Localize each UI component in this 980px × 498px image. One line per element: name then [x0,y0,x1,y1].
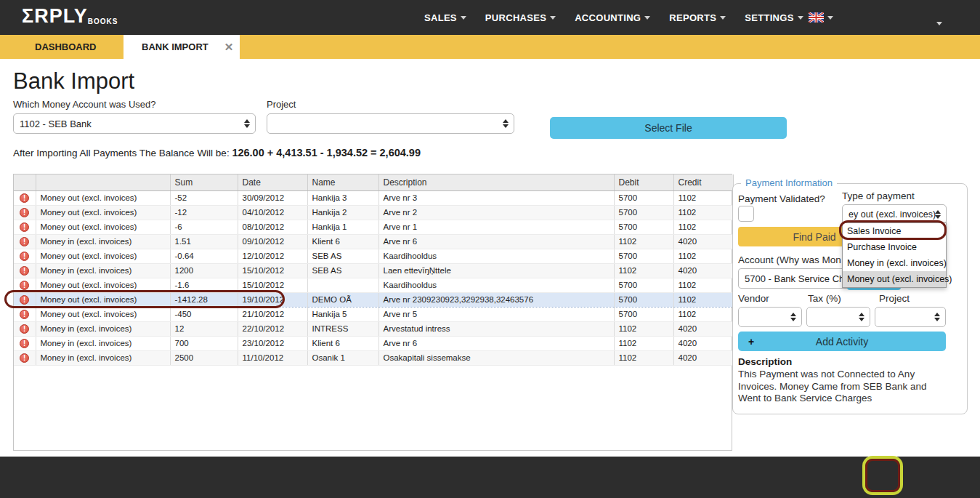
cell-description: Arve nr 5 [378,307,614,321]
chevron-down-icon [550,16,556,20]
cell-sum: 1.51 [170,234,238,249]
select-spinner-icon [503,119,509,128]
account-why-label: Account (Why was Mon [738,254,841,265]
select-file-button[interactable]: Select File [550,117,787,139]
money-account-label: Which Money Account was Used? [13,99,156,110]
cell-date: 12/10/2012 [238,249,307,263]
payment-validated-checkbox[interactable] [738,206,754,222]
cell-debit: 1102 [614,234,673,249]
vendor-select[interactable] [738,307,802,327]
close-tab-icon[interactable]: ✕ [224,41,234,54]
project-select[interactable] [267,113,514,134]
money-account-select[interactable]: 1102 - SEB Bank [13,113,256,134]
table-row[interactable]: !Money in (excl. invoices)250011/10/2012… [14,350,733,365]
cell-credit: 1102 [673,249,733,263]
cell-name: INTRESS [307,321,378,336]
table-row[interactable]: !Money in (excl. invoices)70023/10/2012K… [14,336,733,350]
chevron-down-icon [798,16,803,20]
alert-icon: ! [20,295,29,305]
cell-credit: 1102 [673,220,733,234]
cell-sum: -1.6 [170,278,238,292]
cell-date: 15/10/2012 [238,263,307,278]
chevron-down-icon [720,16,726,20]
table-row[interactable]: !Money out (excl. invoices)-1412.2819/10… [14,292,733,307]
cell-name: Hankija 1 [307,220,378,234]
dropdown-option-money-in-excl-invoices[interactable]: Money in (excl. invoices) [843,255,946,271]
language-menu[interactable] [809,0,833,35]
cell-description: Arve nr 3 [378,190,614,205]
cell-sum: 2500 [170,350,238,365]
balance-summary: After Importing All Payments The Balance… [13,147,421,158]
alert-icon: ! [20,266,29,276]
alert-icon: ! [20,252,29,261]
tab-bank-import[interactable]: BANK IMPORT ✕ [123,35,240,59]
alert-icon: ! [20,193,29,203]
cell-date: 22/10/2012 [238,321,307,336]
cell-debit: 1102 [614,336,673,350]
chevron-down-icon [644,16,650,20]
table-row[interactable]: !Money in (excl. invoices)120015/10/2012… [14,263,733,278]
language-flag-item[interactable] [809,12,833,23]
cell-type: Money out (excl. invoices) [36,205,170,220]
cell-sum: -450 [170,307,238,321]
type-of-payment-dropdown: Sales InvoicePurchase InvoiceMoney in (e… [842,222,947,288]
nav-item-reports[interactable]: REPORTS [669,12,726,23]
chevron-down-icon [461,16,466,20]
nav-item-settings[interactable]: SETTINGS [745,12,803,23]
table-row[interactable]: !Money in (excl. invoices)1.5109/10/2012… [14,234,733,249]
cell-type: Money in (excl. invoices) [36,263,170,278]
cell-date: 23/10/2012 [238,336,307,350]
column-header: Sum [170,174,238,190]
cell-date: 19/10/2012 [238,292,307,307]
tab-dashboard[interactable]: DASHBOARD [35,35,97,59]
alert-icon: ! [20,208,29,217]
cell-type: Money out (excl. invoices) [36,249,170,263]
cell-name: Hankija 3 [307,190,378,205]
table-header-row: SumDateNameDescriptionDebitCredit [14,174,733,190]
cell-name: SEB AS [307,263,378,278]
tax-select[interactable] [806,307,870,327]
tab-bank-import-label: BANK IMPORT [142,41,208,52]
bottom-action-bar: » Other Options [0,457,980,498]
cell-sum: -52 [170,190,238,205]
nav-item-accounting[interactable]: ACCOUNTING [575,12,650,23]
nav-item-purchases[interactable]: PURCHASES [485,12,556,23]
cell-description: Arve nr 2309230923,3292938,32463576 [378,292,614,307]
cell-sum: 1200 [170,263,238,278]
cell-debit: 5700 [614,249,673,263]
cell-date: 30/09/2012 [238,190,307,205]
nav-item-sales[interactable]: SALES [424,12,466,23]
cell-credit: 4020 [673,263,733,278]
nav-item-label: REPORTS [669,12,716,23]
user-menu-toggle[interactable] [936,15,942,28]
dropdown-option-purchase-invoice[interactable]: Purchase Invoice [843,239,946,255]
cell-name: SEB AS [307,249,378,263]
table-row[interactable]: !Money out (excl. invoices)-45021/10/201… [14,307,733,321]
erply-books-logo[interactable]: ΣRPLYBOOKS [22,5,118,28]
table-row[interactable]: !Money out (excl. invoices)-0.6412/10/20… [14,249,733,263]
cell-date: 21/10/2012 [238,307,307,321]
table-row[interactable]: !Money out (excl. invoices)-5230/09/2012… [14,190,733,205]
project-select-panel[interactable] [875,307,946,327]
select-spinner-icon [244,119,250,128]
cell-debit: 1102 [614,321,673,336]
table-row[interactable]: !Money out (excl. invoices)-1.615/10/201… [14,278,733,292]
page-title: Bank Import [13,68,134,95]
add-activity-button[interactable]: + Add Activity [738,332,946,351]
cell-description: Kaardihooldus [378,249,614,263]
cell-debit: 5700 [614,220,673,234]
cell-credit: 1102 [673,292,733,307]
alert-icon: ! [20,353,29,363]
description-heading: Description [738,356,792,367]
bank-service-account-value: 5700 - Bank Service Cha [745,273,850,284]
main-menu: SALESPURCHASESACCOUNTINGREPORTSSETTINGS [424,0,803,35]
type-of-payment-select[interactable]: ey out (excl. invoices) [842,204,947,225]
cell-debit: 5700 [614,278,673,292]
add-activity-label: Add Activity [816,336,868,348]
table-row[interactable]: !Money out (excl. invoices)-1204/10/2012… [14,205,733,220]
dropdown-option-money-out-excl-invoices[interactable]: Money out (excl. invoices) [843,271,946,287]
table-row[interactable]: !Money in (excl. invoices)1222/10/2012IN… [14,321,733,336]
dropdown-option-sales-invoice[interactable]: Sales Invoice [843,223,946,239]
table-row[interactable]: !Money out (excl. invoices)-608/10/2012H… [14,220,733,234]
cell-credit: 1102 [673,307,733,321]
